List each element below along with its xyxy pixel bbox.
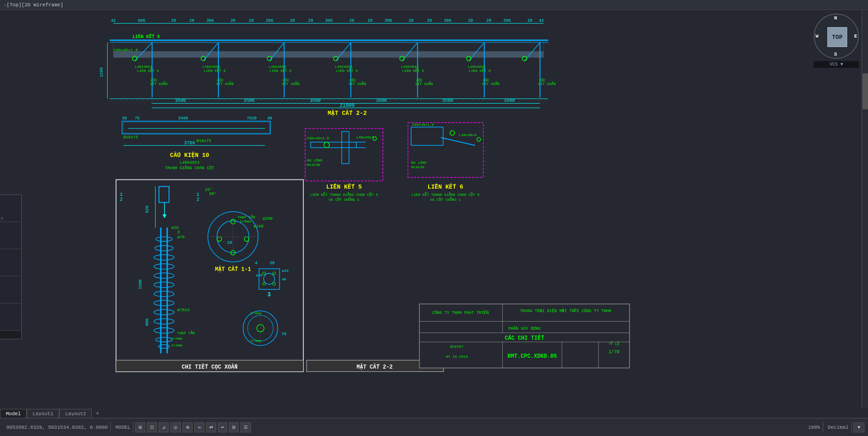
statusbar: 9953692.8329, 5831534.0382, 0.0000 MODEL… (0, 418, 868, 436)
svg-text:ø200: ø200 (263, 216, 273, 221)
otrack-button[interactable]: ∞ (194, 422, 204, 432)
polar-button[interactable]: ◎ (170, 422, 181, 432)
svg-text:20: 20 (349, 18, 354, 23)
svg-text:C80x40x1.8: C80x40x1.8 (412, 123, 434, 127)
svg-text:VÍT XOẮN: VÍT XOẮN (349, 81, 366, 86)
tab-layout2[interactable]: Layout2 (59, 409, 92, 418)
title-bar: -[Top][2D Wireframe] (0, 0, 868, 10)
svg-text:VÍT XOẮN: VÍT XOẮN (150, 81, 167, 86)
svg-text:Ø16x75: Ø16x75 (197, 138, 212, 143)
svg-text:20: 20 (290, 18, 295, 23)
svg-text:LIÊN KẾT 6: LIÊN KẾT 6 (336, 68, 358, 73)
svg-text:LIÊN KẾT THANH GIẰNG CHÂN CỘT : LIÊN KẾT THANH GIẰNG CHÂN CỘT 9 (411, 192, 479, 197)
svg-text:20: 20 (486, 18, 491, 23)
svg-text:L40X40X3: L40X40X3 (203, 65, 220, 69)
svg-text:20: 20 (528, 18, 533, 23)
svg-text:3496: 3496 (178, 116, 188, 121)
svg-text:L40x40x3: L40x40x3 (356, 135, 374, 139)
svg-text:MẶT CẮT 2-2: MẶT CẮT 2-2 (328, 109, 367, 117)
svg-text:3: 3 (268, 292, 271, 298)
svg-text:ĐMT.CPC.XDKD.05: ĐMT.CPC.XDKD.05 (508, 353, 557, 360)
grid-button[interactable]: ⊞ (135, 422, 145, 432)
scrollbar-right[interactable] (862, 10, 868, 408)
svg-text:VÍT XOẮN: VÍT XOẮN (415, 81, 433, 86)
svg-text:20: 20 (189, 18, 194, 23)
svg-text:42: 42 (111, 18, 116, 23)
tabs-bar: Model Layout1 Layout2 + (0, 408, 103, 418)
svg-text:396: 396 (207, 18, 214, 23)
svg-text:40: 40 (282, 277, 286, 281)
svg-text:ø18: ø18 (256, 273, 263, 277)
mini-item-3 (0, 249, 21, 276)
units-dropdown[interactable]: ▼ (854, 422, 864, 432)
tab-layout1[interactable]: Layout1 (27, 409, 59, 418)
svg-text:L40X40X3: L40X40X3 (401, 65, 419, 69)
compass-west: W (816, 33, 819, 39)
add-tab-button[interactable]: + (92, 409, 103, 418)
svg-text:30: 30 (122, 116, 127, 121)
svg-text:BU LÔNG: BU LÔNG (307, 158, 322, 162)
svg-text:t=4mm: t=4mm (171, 336, 182, 341)
svg-text:LIÊN KẾT THANH GIẰNG CHÂN CỘT : LIÊN KẾT THANH GIẰNG CHÂN CỘT 9 (310, 192, 378, 197)
zoom-level: 100% (805, 422, 823, 433)
title-text: -[Top][2D Wireframe] (4, 2, 63, 8)
svg-text:BCKTKT: BCKTKT (450, 345, 463, 349)
mini-item-4 (0, 276, 21, 303)
compass-ring: N S W E TOP (814, 14, 859, 59)
svg-text:CẤU KIỆN 10: CẤU KIỆN 10 (170, 152, 209, 159)
tpy-button[interactable]: ⊞ (229, 422, 239, 432)
svg-text:LIÊN KẾT 6: LIÊN KẾT 6 (269, 68, 292, 73)
svg-text:3500: 3500 (310, 98, 321, 103)
svg-text:VÍT XOẮN: VÍT XOẮN (282, 81, 299, 86)
svg-text:396: 396 (504, 18, 511, 23)
svg-text:MẶT CẮT 2-2: MẶT CẮT 2-2 (357, 363, 393, 370)
svg-text:t=4mm: t=4mm (171, 343, 182, 347)
svg-text:20: 20 (468, 18, 473, 23)
svg-text:THÉP TẤM: THÉP TẤM (177, 330, 195, 335)
qp-button[interactable]: ☰ (241, 422, 251, 432)
svg-text:20: 20 (409, 18, 414, 23)
svg-text:20: 20 (368, 18, 373, 23)
compass-south: S (834, 52, 837, 57)
svg-text:HT 10-2019: HT 10-2019 (446, 355, 468, 359)
viewcube-vcs[interactable]: VCS ▼ (814, 61, 859, 68)
viewcube[interactable]: N S W E TOP VCS ▼ (814, 14, 859, 68)
svg-text:VÀ CỘT CHỐNG 1: VÀ CỘT CHỐNG 1 (329, 197, 359, 202)
lwt-button[interactable]: ━ (218, 422, 227, 432)
compass-east: E (854, 33, 857, 39)
svg-text:ø76: ø76 (177, 235, 184, 240)
dyn-button[interactable]: ⇄ (206, 422, 216, 432)
scrollbar-thumb[interactable] (863, 73, 868, 109)
viewcube-top[interactable]: TOP (827, 27, 847, 47)
svg-text:75: 75 (135, 116, 140, 121)
svg-text:CÔNG TY TNHH PHÁT TRIỂN: CÔNG TY TNHH PHÁT TRIỂN (432, 310, 489, 315)
svg-text:LIÊN KẾT 6: LIÊN KẾT 6 (428, 183, 463, 190)
svg-text:TRANG TRẠI ĐIỆN MẶT TRỜI CÔNG : TRANG TRẠI ĐIỆN MẶT TRỜI CÔNG TY TNHH (520, 308, 611, 313)
svg-text:996: 996 (138, 18, 145, 23)
svg-text:4: 4 (255, 261, 257, 265)
snap-button[interactable]: ⊡ (147, 422, 157, 432)
model-mode-display: MODEL (113, 422, 133, 433)
osnap-button[interactable]: ⊕ (183, 422, 193, 432)
svg-text:PHẦN XÂY DỰNG: PHẦN XÂY DỰNG (509, 326, 541, 331)
svg-text:3706: 3706 (184, 141, 195, 146)
ortho-button[interactable]: ⊿ (159, 422, 169, 432)
svg-text:CÁC CHI TIẾT: CÁC CHI TIẾT (505, 334, 544, 341)
tab-model[interactable]: Model (0, 409, 27, 418)
mini-viewport: Y (0, 194, 22, 339)
svg-text:L40X40X3: L40X40X3 (180, 160, 200, 165)
svg-text:20: 20 (171, 18, 176, 23)
svg-text:THÉP TẤM: THÉP TẤM (237, 214, 255, 219)
decimal-label: Decimal (825, 422, 852, 433)
svg-text:21000: 21000 (340, 103, 354, 108)
svg-text:LIÊN KẾT 6: LIÊN KẾT 6 (402, 68, 424, 73)
drawing-svg: 42 996 20 20 396 20 20 396 20 20 396 20 … (0, 10, 868, 418)
svg-text:3500: 3500 (376, 98, 387, 103)
svg-text:L40x40x3: L40x40x3 (459, 133, 477, 137)
mini-item-5 (0, 303, 21, 331)
svg-text:60°: 60° (209, 191, 217, 196)
svg-text:L40X40X3: L40X40X3 (269, 65, 286, 69)
canvas-area[interactable]: 42 996 20 20 396 20 20 396 20 20 396 20 … (0, 10, 868, 418)
mini-item-1: Y (0, 195, 21, 222)
svg-text:396: 396 (385, 18, 392, 23)
